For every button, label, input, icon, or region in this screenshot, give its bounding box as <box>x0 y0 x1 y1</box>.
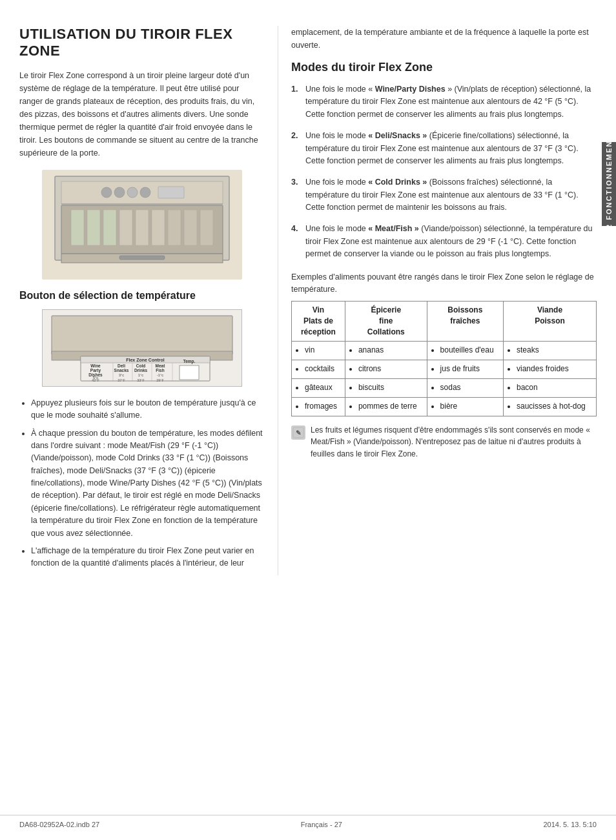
bullet-item-1: Appuyez plusieurs fois sur le bouton de … <box>31 397 265 422</box>
svg-text:✎: ✎ <box>296 429 301 436</box>
cell-r4-c4: saucisses à hot-dog <box>504 397 597 416</box>
footer-center: Français - 27 <box>99 821 543 828</box>
page-container: 02 FONCTIONNEMENT UTILISATION DU TIROIR … <box>0 0 616 840</box>
svg-text:Cold: Cold <box>136 364 145 368</box>
bullet-item-2: À chaque pression du bouton de températu… <box>31 427 265 540</box>
footer-left: DA68-02952A-02.indb 27 <box>19 821 99 828</box>
table-row: cocktails citrons jus de fruits viandes … <box>292 360 597 378</box>
svg-text:Wine: Wine <box>90 364 101 368</box>
svg-rect-7 <box>103 210 116 245</box>
mode-item-2: 2. Une fois le mode « Deli/Snacks » (Épi… <box>291 130 597 167</box>
svg-text:Snacks: Snacks <box>114 368 129 373</box>
svg-text:Drinks: Drinks <box>134 368 148 373</box>
table-row: gâteaux biscuits sodas bacon <box>292 378 597 397</box>
cell-r2-c1: cocktails <box>292 360 345 378</box>
cell-r4-c1: fromages <box>292 397 345 416</box>
cell-r3-c2: biscuits <box>345 378 427 397</box>
svg-point-18 <box>140 187 150 198</box>
page-title: UTILISATION DU TIROIR FLEX ZONE <box>19 26 265 60</box>
col-header-2: ÉpiceriefineCollations <box>345 302 427 341</box>
svg-text:Fish: Fish <box>156 368 164 373</box>
footer-right: 2014. 5. 13. 5:10 <box>543 821 597 828</box>
svg-rect-12 <box>184 210 197 245</box>
svg-rect-48 <box>180 365 199 380</box>
mode-item-1: 1. Une fois le mode « Wine/Party Dishes … <box>291 83 597 121</box>
main-content: UTILISATION DU TIROIR FLEX ZONE Le tiroi… <box>0 26 616 575</box>
modes-list: 1. Une fois le mode « Wine/Party Dishes … <box>291 83 597 261</box>
cell-r4-c2: pommes de terre <box>345 397 427 416</box>
svg-rect-9 <box>136 210 149 245</box>
svg-point-17 <box>127 187 138 198</box>
table-row: vin ananas bouteilles d'eau steaks <box>292 341 597 360</box>
svg-rect-8 <box>119 210 132 245</box>
svg-rect-11 <box>168 210 181 245</box>
side-tab: 02 FONCTIONNEMENT <box>602 142 616 226</box>
bullet-list: Appuyez plusieurs fois sur le bouton de … <box>19 397 265 570</box>
svg-text:Flex Zone Control: Flex Zone Control <box>126 358 165 362</box>
note-icon: ✎ <box>291 425 305 440</box>
cell-r2-c4: viandes froides <box>504 360 597 378</box>
page-footer: DA68-02952A-02.indb 27 Français - 27 201… <box>0 815 616 828</box>
bullet-item-3: L'affichage de la température du tiroir … <box>31 545 265 570</box>
cell-r3-c3: sodas <box>427 378 503 397</box>
control-panel-illustration: Flex Zone Control Wine Party Dishes 5°c … <box>42 309 242 387</box>
svg-rect-21 <box>52 316 232 354</box>
mode-item-4: 4. Une fois le mode « Meat/Fish » (Viand… <box>291 223 597 260</box>
modes-title: Modes du tiroir Flex Zone <box>291 61 597 74</box>
cell-r1-c4: steaks <box>504 341 597 360</box>
table-row: fromages pommes de terre bière saucisses… <box>292 397 597 416</box>
svg-rect-4 <box>119 256 165 260</box>
mode-3-bold: « Cold Drinks » <box>368 178 427 187</box>
cell-r1-c2: ananas <box>345 341 427 360</box>
cell-r4-c3: bière <box>427 397 503 416</box>
mode-4-bold: « Meat/Fish » <box>368 224 419 233</box>
col-header-3: Boissonsfraîches <box>427 302 503 341</box>
svg-text:-1°c: -1°c <box>157 373 164 377</box>
cell-r3-c1: gâteaux <box>292 378 345 397</box>
svg-text:1°c: 1°c <box>138 373 144 377</box>
cell-r2-c3: jus de fruits <box>427 360 503 378</box>
continued-text: emplacement, de la température ambiante … <box>291 26 597 52</box>
svg-text:37°F: 37°F <box>118 378 125 382</box>
cell-r1-c3: bouteilles d'eau <box>427 341 503 360</box>
examples-intro: Exemples d'aliments pouvant être rangés … <box>291 271 597 296</box>
col-header-1: VinPlats deréception <box>292 302 345 341</box>
mode-1-bold: Wine/Party Dishes <box>375 85 446 94</box>
svg-rect-10 <box>152 210 165 245</box>
svg-text:Deli: Deli <box>118 364 125 368</box>
left-column: UTILISATION DU TIROIR FLEX ZONE Le tiroi… <box>19 26 278 575</box>
svg-text:3°c: 3°c <box>119 373 125 377</box>
note-box: ✎ Les fruits et légumes risquent d'être … <box>291 424 597 460</box>
svg-text:29°F: 29°F <box>156 378 164 382</box>
mode-2-bold: « Deli/Snacks » <box>368 131 427 140</box>
svg-point-15 <box>101 187 112 198</box>
svg-text:33°F: 33°F <box>137 378 145 382</box>
svg-rect-19 <box>158 187 184 198</box>
svg-text:Meat: Meat <box>156 364 166 368</box>
svg-rect-13 <box>200 210 213 245</box>
section-heading: Bouton de sélection de température <box>19 290 265 302</box>
cell-r2-c2: citrons <box>345 360 427 378</box>
foods-table: VinPlats deréception ÉpiceriefineCollati… <box>291 301 597 416</box>
mode-item-3: 3. Une fois le mode « Cold Drinks » (Boi… <box>291 176 597 214</box>
right-column: emplacement, de la température ambiante … <box>278 26 597 575</box>
svg-text:Temp.: Temp. <box>183 359 196 364</box>
drawer-illustration <box>42 170 242 280</box>
svg-point-16 <box>114 187 125 198</box>
svg-rect-6 <box>87 210 100 245</box>
svg-text:42°F: 42°F <box>92 378 99 382</box>
cell-r3-c4: bacon <box>504 378 597 397</box>
col-header-4: ViandePoisson <box>504 302 597 341</box>
svg-rect-5 <box>71 210 84 245</box>
note-text: Les fruits et légumes risquent d'être en… <box>311 424 597 460</box>
cell-r1-c1: vin <box>292 341 345 360</box>
intro-paragraph: Le tiroir Flex Zone correspond à un tiro… <box>19 69 265 159</box>
